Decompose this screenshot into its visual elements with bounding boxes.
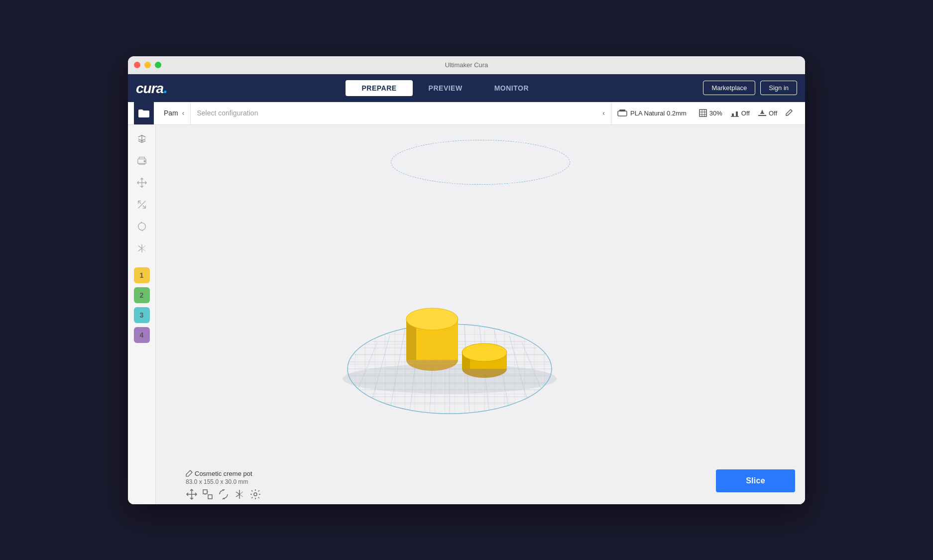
support-value: Off [741, 110, 750, 117]
svg-point-55 [254, 493, 257, 496]
svg-rect-51 [208, 495, 212, 499]
edit-settings-icon[interactable] [785, 109, 793, 118]
infill-icon [699, 109, 707, 117]
tab-prepare[interactable]: PREPARE [346, 80, 412, 96]
pencil-icon [186, 470, 193, 477]
svg-rect-7 [732, 113, 734, 116]
svg-rect-1 [619, 110, 625, 112]
minimize-button[interactable] [144, 62, 151, 68]
material-section: PLA Natural 0.2mm [611, 109, 693, 117]
extruder-2-button[interactable]: 2 [134, 287, 150, 303]
sidebar-tool-rotate[interactable] [132, 217, 152, 236]
app-logo: cura. [136, 79, 167, 97]
printer-section: Pam ‹ [158, 102, 191, 124]
open-file-button[interactable] [134, 102, 154, 124]
3d-scene [156, 125, 805, 504]
object-info-area: Cosmetic creme pot 83.0 x 155.0 x 30.0 m… [186, 470, 261, 500]
nav-bar: cura. PREPARE PREVIEW MONITOR Marketplac… [128, 74, 805, 102]
adhesion-setting: Off [758, 109, 777, 117]
move-tool-icon[interactable] [186, 488, 198, 500]
slice-button[interactable]: Slice [716, 469, 795, 492]
mirror-tool-icon[interactable] [233, 488, 245, 500]
svg-rect-8 [736, 112, 738, 116]
signin-button[interactable]: Sign in [760, 81, 797, 95]
printer-chevron-icon[interactable]: ‹ [182, 109, 185, 117]
extruder-3-button[interactable]: 3 [134, 307, 150, 323]
sidebar-tool-move[interactable] [132, 173, 152, 193]
adhesion-icon [758, 109, 767, 117]
object-name: Cosmetic creme pot [195, 470, 252, 477]
adhesion-value: Off [769, 110, 777, 117]
sidebar-tool-printer[interactable] [132, 151, 152, 171]
sidebar-tool-open[interactable] [132, 129, 152, 149]
material-label: PLA Natural 0.2mm [630, 110, 687, 117]
sidebar-tool-mirror[interactable] [132, 238, 152, 258]
print-settings: 30% Off Off [693, 109, 799, 118]
title-bar: Ultimaker Cura [128, 56, 805, 74]
slice-button-container: Slice [716, 469, 795, 492]
svg-rect-50 [203, 490, 207, 494]
printer-name: Pam [164, 109, 178, 117]
nav-right: Marketplace Sign in [703, 81, 797, 95]
config-label: Select configuration [197, 109, 258, 117]
extruder-4-button[interactable]: 4 [134, 327, 150, 343]
extruder-1-button[interactable]: 1 [134, 267, 150, 283]
viewport[interactable]: Cosmetic creme pot 83.0 x 155.0 x 30.0 m… [156, 125, 805, 504]
marketplace-button[interactable]: Marketplace [703, 81, 755, 95]
scale-tool-icon[interactable] [202, 488, 214, 500]
support-setting: Off [730, 109, 750, 117]
rotate-tool-icon[interactable] [218, 488, 230, 500]
maximize-button[interactable] [155, 62, 161, 68]
config-chevron-icon[interactable]: ‹ [602, 109, 605, 117]
tab-preview[interactable]: PREVIEW [413, 80, 478, 96]
close-button[interactable] [134, 62, 140, 68]
sidebar-tool-scale[interactable] [132, 195, 152, 215]
app-window: Ultimaker Cura cura. PREPARE PREVIEW MON… [128, 56, 805, 504]
infill-setting: 30% [699, 109, 722, 117]
svg-rect-2 [700, 110, 706, 116]
nav-tabs: PREPARE PREVIEW MONITOR [187, 80, 703, 96]
object-dimensions: 83.0 x 155.0 x 30.0 mm [186, 478, 261, 485]
main-content: 1 2 3 4 [128, 125, 805, 504]
window-title: Ultimaker Cura [445, 61, 488, 69]
toolbar: Pam ‹ Select configuration ‹ PLA Natural… [128, 102, 805, 125]
svg-rect-0 [618, 111, 627, 116]
config-section: Select configuration ‹ [191, 102, 611, 124]
transform-tools [186, 488, 261, 500]
svg-point-13 [144, 160, 145, 162]
infill-value: 30% [709, 110, 722, 117]
support-icon [730, 109, 739, 117]
tab-monitor[interactable]: MONITOR [478, 80, 545, 96]
object-name-row: Cosmetic creme pot [186, 470, 261, 477]
per-object-settings-icon[interactable] [249, 488, 261, 500]
material-icon [617, 109, 627, 117]
traffic-lights [134, 62, 161, 68]
sidebar: 1 2 3 4 [128, 125, 156, 504]
